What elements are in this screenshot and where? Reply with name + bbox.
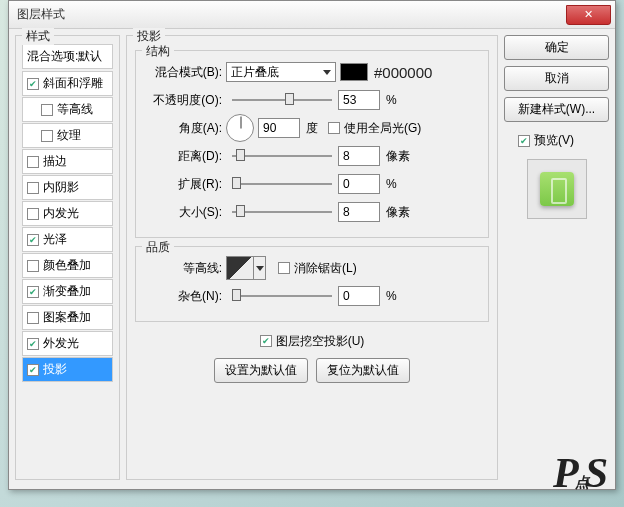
reset-default-button[interactable]: 复位为默认值 xyxy=(316,358,410,383)
size-label: 大小(S): xyxy=(144,204,226,221)
style-label: 内阴影 xyxy=(43,179,79,196)
contour-dropdown[interactable] xyxy=(254,256,266,280)
style-item[interactable]: 光泽 xyxy=(22,227,113,252)
noise-label: 杂色(N): xyxy=(144,288,226,305)
style-checkbox[interactable] xyxy=(27,260,39,272)
preview-thumbnail xyxy=(527,159,587,219)
ok-button[interactable]: 确定 xyxy=(504,35,609,60)
style-checkbox[interactable] xyxy=(27,364,39,376)
spread-input[interactable]: 0 xyxy=(338,174,380,194)
global-light-checkbox[interactable] xyxy=(328,122,340,134)
style-label: 描边 xyxy=(43,153,67,170)
distance-slider[interactable] xyxy=(232,149,332,163)
style-item[interactable]: 图案叠加 xyxy=(22,305,113,330)
style-label: 光泽 xyxy=(43,231,67,248)
noise-slider[interactable] xyxy=(232,289,332,303)
layer-style-dialog: 图层样式 ✕ 样式 混合选项:默认 斜面和浮雕等高线纹理描边内阴影内发光光泽颜色… xyxy=(8,0,616,490)
size-slider[interactable] xyxy=(232,205,332,219)
style-label: 图案叠加 xyxy=(43,309,91,326)
chevron-down-icon xyxy=(256,266,264,271)
style-label: 投影 xyxy=(43,361,67,378)
antialias-checkbox[interactable] xyxy=(278,262,290,274)
titlebar: 图层样式 ✕ xyxy=(9,1,615,29)
style-item[interactable]: 颜色叠加 xyxy=(22,253,113,278)
style-checkbox[interactable] xyxy=(27,312,39,324)
preview-checkbox[interactable] xyxy=(518,135,530,147)
style-label: 颜色叠加 xyxy=(43,257,91,274)
noise-input[interactable]: 0 xyxy=(338,286,380,306)
style-item[interactable]: 斜面和浮雕 xyxy=(22,71,113,96)
style-checkbox[interactable] xyxy=(27,78,39,90)
style-item[interactable]: 描边 xyxy=(22,149,113,174)
size-unit: 像素 xyxy=(386,204,410,221)
style-item[interactable]: 渐变叠加 xyxy=(22,279,113,304)
knockout-label: 图层挖空投影(U) xyxy=(276,333,365,350)
preview-label: 预览(V) xyxy=(534,132,574,149)
style-checkbox[interactable] xyxy=(27,338,39,350)
angle-input[interactable]: 90 xyxy=(258,118,300,138)
close-button[interactable]: ✕ xyxy=(566,5,611,25)
distance-label: 距离(D): xyxy=(144,148,226,165)
style-checkbox[interactable] xyxy=(41,104,53,116)
size-input[interactable]: 8 xyxy=(338,202,380,222)
angle-dial[interactable] xyxy=(226,114,254,142)
contour-swatch[interactable] xyxy=(226,256,254,280)
knockout-checkbox[interactable] xyxy=(260,335,272,347)
style-label: 斜面和浮雕 xyxy=(43,75,103,92)
style-item[interactable]: 纹理 xyxy=(22,123,113,148)
style-label: 渐变叠加 xyxy=(43,283,91,300)
angle-unit: 度 xyxy=(306,120,318,137)
shadow-fieldset: 投影 结构 混合模式(B): 正片叠底 #000000 不透明度(O): xyxy=(126,35,498,480)
spread-label: 扩展(R): xyxy=(144,176,226,193)
angle-label: 角度(A): xyxy=(144,120,226,137)
style-label: 等高线 xyxy=(57,101,93,118)
structure-fieldset: 结构 混合模式(B): 正片叠底 #000000 不透明度(O): 53 xyxy=(135,50,489,238)
preview-chip-icon xyxy=(540,172,574,206)
blend-mode-label: 混合模式(B): xyxy=(144,64,226,81)
window-title: 图层样式 xyxy=(17,6,566,23)
opacity-unit: % xyxy=(386,93,397,107)
blend-mode-combo[interactable]: 正片叠底 xyxy=(226,62,336,82)
styles-fieldset: 样式 混合选项:默认 斜面和浮雕等高线纹理描边内阴影内发光光泽颜色叠加渐变叠加图… xyxy=(15,35,120,480)
contour-label: 等高线: xyxy=(144,260,226,277)
antialias-label: 消除锯齿(L) xyxy=(294,260,357,277)
style-checkbox[interactable] xyxy=(27,156,39,168)
shadow-color-hex: #000000 xyxy=(374,64,432,81)
style-checkbox[interactable] xyxy=(27,234,39,246)
spread-slider[interactable] xyxy=(232,177,332,191)
noise-unit: % xyxy=(386,289,397,303)
style-label: 外发光 xyxy=(43,335,79,352)
spread-unit: % xyxy=(386,177,397,191)
style-item[interactable]: 投影 xyxy=(22,357,113,382)
global-light-label: 使用全局光(G) xyxy=(344,120,421,137)
style-item[interactable]: 外发光 xyxy=(22,331,113,356)
quality-legend: 品质 xyxy=(142,239,174,256)
new-style-button[interactable]: 新建样式(W)... xyxy=(504,97,609,122)
distance-unit: 像素 xyxy=(386,148,410,165)
blend-options-header[interactable]: 混合选项:默认 xyxy=(22,44,113,69)
shadow-color-swatch[interactable] xyxy=(340,63,368,81)
styles-legend: 样式 xyxy=(22,28,54,45)
style-checkbox[interactable] xyxy=(41,130,53,142)
blend-mode-value: 正片叠底 xyxy=(231,64,279,81)
style-label: 内发光 xyxy=(43,205,79,222)
style-checkbox[interactable] xyxy=(27,208,39,220)
quality-fieldset: 品质 等高线: 消除锯齿(L) 杂色(N): 0 % xyxy=(135,246,489,322)
distance-input[interactable]: 8 xyxy=(338,146,380,166)
opacity-slider[interactable] xyxy=(232,93,332,107)
style-checkbox[interactable] xyxy=(27,182,39,194)
make-default-button[interactable]: 设置为默认值 xyxy=(214,358,308,383)
style-label: 纹理 xyxy=(57,127,81,144)
opacity-input[interactable]: 53 xyxy=(338,90,380,110)
chevron-down-icon xyxy=(323,70,331,75)
style-checkbox[interactable] xyxy=(27,286,39,298)
style-item[interactable]: 等高线 xyxy=(22,97,113,122)
structure-legend: 结构 xyxy=(142,43,174,60)
cancel-button[interactable]: 取消 xyxy=(504,66,609,91)
style-item[interactable]: 内阴影 xyxy=(22,175,113,200)
opacity-label: 不透明度(O): xyxy=(144,92,226,109)
style-item[interactable]: 内发光 xyxy=(22,201,113,226)
